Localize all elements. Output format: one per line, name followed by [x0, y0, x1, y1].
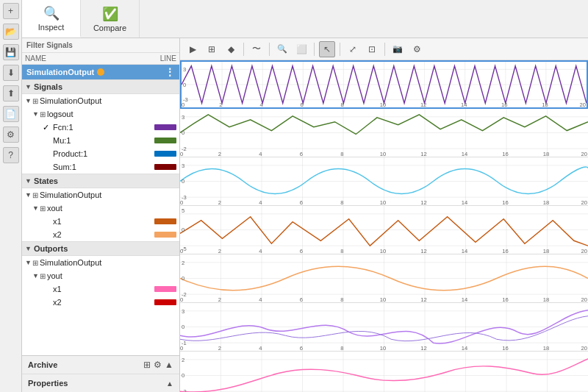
properties-label: Properties: [28, 379, 166, 388]
chart-row-4[interactable]: 5 0 -5 0 2 4 6 8 10 12 14 16 18 20: [180, 206, 588, 254]
svg-text:-2: -2: [182, 388, 187, 392]
states-sim-label: SimulationOutput: [40, 190, 179, 199]
camera-btn[interactable]: 📷: [390, 41, 406, 57]
svg-text:5: 5: [182, 207, 184, 214]
svg-text:3: 3: [182, 163, 184, 169]
outports-toggle[interactable]: ▼: [25, 245, 32, 252]
fcn1-check: ✓: [43, 123, 53, 132]
svg-text:18: 18: [543, 296, 549, 302]
svg-text:0: 0: [182, 101, 184, 107]
states-sim-toggle[interactable]: ▼: [25, 191, 32, 199]
xout-item[interactable]: ▼ ⊞ xout: [22, 202, 179, 215]
zoom-in-btn[interactable]: 🔍: [274, 41, 290, 57]
sim-output-dot: [97, 68, 104, 76]
x1-state-item[interactable]: x1: [22, 215, 179, 228]
svg-text:8: 8: [340, 296, 343, 302]
svg-text:6: 6: [300, 199, 303, 205]
yout-item[interactable]: ▼ ⊞ yout: [22, 269, 179, 282]
archive-gear-btn[interactable]: ⚙: [154, 360, 162, 370]
save-button[interactable]: 💾: [3, 44, 19, 60]
outports-sim-toggle[interactable]: ▼: [25, 259, 32, 266]
gear-button[interactable]: ⚙: [3, 126, 19, 143]
download-button[interactable]: ⬇: [3, 65, 19, 81]
logsout-toggle[interactable]: ▼: [32, 110, 40, 118]
svg-text:14: 14: [462, 199, 468, 205]
svg-text:20: 20: [580, 101, 586, 107]
pin-btn[interactable]: ◆: [223, 41, 239, 57]
sim-output-row[interactable]: SimulationOutput ⋮: [22, 65, 179, 79]
tab-bar: 🔍 Inspect ✅ Compare: [22, 0, 588, 38]
chart-row-3[interactable]: 3 0 -3 0 2 4 6 8 10 12 14 16 18 20: [180, 157, 588, 206]
logsout-icon: ⊞: [40, 110, 46, 118]
product1-item[interactable]: Product:1: [22, 147, 179, 160]
settings-btn[interactable]: ⚙: [409, 41, 425, 57]
x1-out-line: [154, 286, 176, 292]
x2-out-line: [154, 299, 176, 305]
chart-row-5[interactable]: 2 0 -2 0 2 4 6 8 10 12 14 16 18 20: [180, 254, 588, 303]
expand-btn[interactable]: ⤢: [345, 41, 361, 57]
svg-text:14: 14: [462, 296, 468, 302]
svg-text:0: 0: [182, 275, 184, 282]
chart-row-2[interactable]: 3 0 -2 0 2 4 6 8 10 12 14 16 18 20: [180, 109, 588, 157]
xout-toggle[interactable]: ▼: [32, 204, 40, 212]
svg-text:4: 4: [259, 199, 262, 205]
sim-output-more[interactable]: ⋮: [165, 66, 175, 78]
cursor-btn[interactable]: ↖: [319, 41, 335, 57]
sim-output-signals[interactable]: ▼ ⊞ SimulationOutput: [22, 94, 179, 107]
x1-out-item[interactable]: x1: [22, 282, 179, 296]
open-button[interactable]: 📂: [3, 24, 19, 40]
x2-state-line: [154, 232, 176, 238]
inspect-label: Inspect: [38, 23, 64, 32]
grid-btn[interactable]: ⊞: [204, 41, 220, 57]
signal-panel: Filter Signals NAME LINE SimulationOutpu…: [22, 38, 180, 392]
svg-text:0: 0: [180, 199, 183, 205]
chart-row-7[interactable]: 2 0 -2 0 2 4 6 8 10 12 14 16 18 20: [180, 352, 588, 392]
archive-grid-btn[interactable]: ⊞: [143, 360, 151, 370]
compare-icon: ✅: [102, 6, 118, 22]
yout-toggle[interactable]: ▼: [32, 272, 40, 279]
zoom-rect-btn[interactable]: ⬜: [293, 41, 309, 57]
tab-compare[interactable]: ✅ Compare: [81, 0, 140, 38]
signals-toggle[interactable]: ▼: [25, 83, 32, 90]
fit-btn[interactable]: ⊡: [364, 41, 380, 57]
sep2: [269, 43, 270, 56]
svg-text:6: 6: [300, 248, 303, 254]
svg-text:4: 4: [259, 296, 262, 302]
sum1-item[interactable]: Sum:1: [22, 160, 179, 174]
svg-text:2: 2: [218, 151, 221, 157]
outports-group[interactable]: ▼ Outports: [22, 241, 179, 256]
svg-text:12: 12: [420, 345, 426, 351]
svg-text:18: 18: [543, 248, 549, 254]
x2-state-item[interactable]: x2: [22, 228, 179, 241]
fcn1-item[interactable]: ✓ Fcn:1: [22, 121, 179, 134]
play-btn[interactable]: ▶: [184, 41, 201, 57]
add-button[interactable]: +: [3, 3, 19, 19]
svg-text:10: 10: [380, 199, 386, 205]
chart-row-1[interactable]: 3 0 -3 0 2 4 6 8 10 12 14 16 18: [180, 60, 588, 109]
x2-out-item[interactable]: x2: [22, 296, 179, 309]
upload-button[interactable]: ⬆: [3, 85, 19, 101]
doc-button[interactable]: 📄: [3, 106, 19, 122]
mu1-item[interactable]: Mu:1: [22, 134, 179, 147]
tab-inspect[interactable]: 🔍 Inspect: [22, 0, 81, 38]
help-button[interactable]: ?: [3, 147, 19, 163]
sim-output-states[interactable]: ▼ ⊞ SimulationOutput: [22, 188, 179, 202]
svg-text:8: 8: [341, 101, 344, 107]
svg-text:16: 16: [502, 345, 508, 351]
col-name: NAME: [25, 54, 160, 63]
properties-chevron[interactable]: ▲: [166, 379, 173, 388]
svg-text:0: 0: [180, 345, 183, 351]
wave-btn[interactable]: 〜: [248, 41, 265, 57]
xout-icon: ⊞: [40, 204, 46, 213]
states-toggle[interactable]: ▼: [25, 177, 32, 185]
signals-group[interactable]: ▼ Signals: [22, 79, 179, 94]
svg-text:0: 0: [182, 129, 184, 136]
states-sim-icon: ⊞: [32, 191, 38, 199]
svg-text:18: 18: [543, 151, 549, 157]
sim-output-outports[interactable]: ▼ ⊞ SimulationOutput: [22, 256, 179, 269]
chart-row-6[interactable]: 3 0 -1 0 2 4 6 8 10 12 14 16 18 20: [180, 303, 588, 352]
states-group[interactable]: ▼ States: [22, 174, 179, 188]
logsout-item[interactable]: ▼ ⊞ logsout: [22, 107, 179, 121]
archive-up-btn[interactable]: ▲: [165, 360, 173, 370]
toggle-icon[interactable]: ▼: [25, 97, 32, 104]
